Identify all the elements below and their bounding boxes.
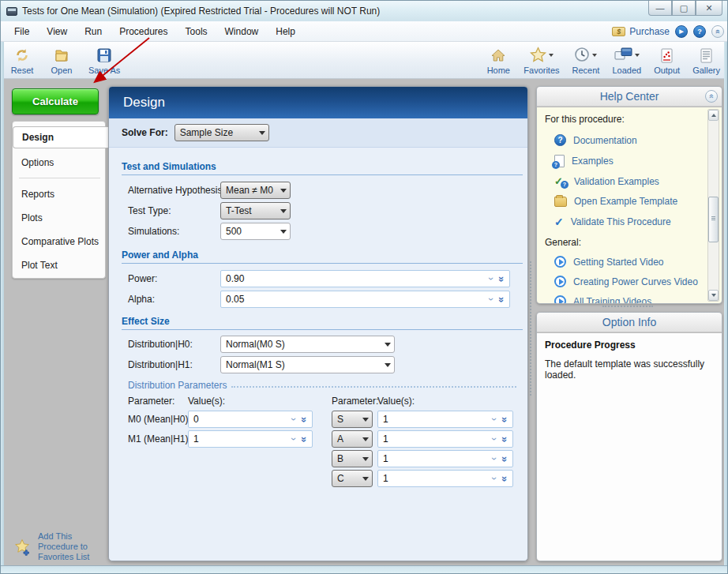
double-chevron-icon[interactable]: » (299, 433, 310, 445)
distribution-h0-label: Distribution|H0: (128, 339, 193, 350)
alt-hypothesis-combobox[interactable]: Mean ≠ M0 (220, 182, 291, 199)
video-play-button[interactable]: ▶ (675, 25, 688, 38)
chevron-down-icon[interactable]: › (490, 434, 499, 444)
c-values-input[interactable] (378, 473, 490, 484)
general-label: General: (545, 237, 581, 248)
menu-file[interactable]: File (6, 23, 38, 40)
simulations-combobox[interactable]: 500 (220, 223, 291, 240)
chevron-down-icon[interactable]: › (490, 474, 499, 483)
tab-comparative-plots[interactable]: Comparative Plots (13, 231, 107, 253)
save-as-button[interactable]: Save As (84, 44, 124, 77)
alpha-field: › » (220, 291, 510, 308)
windows-stack-icon (614, 47, 632, 63)
chevron-down-icon[interactable]: › (486, 295, 496, 304)
minimize-button-icon[interactable]: — (648, 1, 672, 16)
gallery-button[interactable]: Gallery (689, 44, 724, 77)
menu-help[interactable]: Help (267, 23, 304, 40)
chevron-down-icon (359, 477, 372, 481)
window-edge (1, 565, 728, 573)
chevron-down-icon (277, 209, 290, 213)
b-values-input[interactable] (378, 453, 490, 464)
open-button[interactable]: Open (45, 44, 78, 77)
link-documentation[interactable]: ? Documentation (554, 134, 637, 146)
close-button-icon[interactable]: × (696, 1, 722, 16)
purchase-button[interactable]: $ Purchase (612, 26, 670, 37)
m1-values-field: › » (188, 430, 313, 448)
vertical-splitter[interactable] (530, 261, 534, 396)
param-c-combobox[interactable]: C (332, 470, 373, 487)
distribution-h0-combobox[interactable]: Normal(M0 S) (220, 336, 395, 353)
home-button[interactable]: Home (482, 44, 515, 77)
tab-plots[interactable]: Plots (13, 207, 107, 229)
test-type-combobox[interactable]: T-Test (220, 202, 291, 219)
chevron-up-icon: » (714, 29, 722, 34)
chevron-down-icon[interactable]: › (289, 434, 298, 444)
recent-button[interactable]: Recent (569, 44, 604, 77)
output-button[interactable]: Output (650, 44, 684, 77)
menu-run[interactable]: Run (76, 23, 111, 40)
help-scrollbar[interactable] (707, 109, 719, 302)
maximize-button-icon[interactable]: ▢ (672, 1, 696, 16)
chevron-down-icon[interactable]: › (289, 415, 298, 424)
link-open-example-template[interactable]: Open Example Template (554, 196, 677, 207)
help-circle-button[interactable]: ? (693, 25, 706, 38)
tab-plot-text[interactable]: Plot Text (13, 254, 107, 276)
distribution-h1-combobox[interactable]: Normal(M1 S) (220, 356, 395, 373)
power-field: › » (220, 270, 510, 287)
help-center-body: For this procedure: ? Documentation Exam… (537, 107, 722, 303)
double-chevron-icon[interactable]: » (500, 414, 510, 425)
param-m0-label: M0 (Mean|H0) (128, 414, 188, 425)
collapse-panel-button[interactable]: » (705, 90, 718, 103)
calculate-button[interactable]: Calculate (12, 88, 99, 114)
param-s-combobox[interactable]: S (332, 411, 373, 428)
s-values-input[interactable] (378, 414, 490, 425)
chevron-down-icon (277, 189, 290, 193)
power-input[interactable] (221, 273, 486, 284)
reset-button[interactable]: Reset (6, 44, 39, 77)
double-chevron-icon[interactable]: » (500, 453, 510, 464)
scroll-thumb[interactable] (708, 197, 719, 242)
horizontal-splitter[interactable] (602, 306, 653, 310)
help-center-header: Help Center » (537, 87, 722, 107)
chevron-down-icon[interactable]: › (490, 415, 499, 424)
tab-options[interactable]: Options (13, 152, 107, 174)
tab-design[interactable]: Design (13, 126, 108, 148)
scroll-down-button[interactable] (708, 290, 719, 301)
link-validation-examples[interactable]: ✓ Validation Examples (554, 175, 659, 187)
collapse-ribbon-button[interactable]: » (711, 25, 724, 38)
tab-reports[interactable]: Reports (13, 183, 107, 205)
play-icon (554, 295, 566, 304)
solve-for-combobox[interactable]: Sample Size (174, 124, 269, 141)
double-chevron-icon[interactable]: » (500, 433, 510, 445)
favorites-button[interactable]: Favorites (520, 44, 563, 77)
double-chevron-icon[interactable]: » (500, 473, 510, 484)
scroll-up-button[interactable] (708, 110, 719, 121)
menu-procedures[interactable]: Procedures (111, 23, 176, 40)
link-validate-procedure[interactable]: ✓ Validate This Procedure (554, 216, 671, 228)
param-a-combobox[interactable]: A (332, 430, 373, 448)
option-info-title: Option Info (602, 316, 657, 328)
add-to-favorites-link[interactable]: Add This Procedure to Favorites List (13, 531, 89, 562)
loaded-button[interactable]: Loaded (608, 44, 645, 77)
alpha-input[interactable] (221, 294, 486, 305)
m0-values-field: › » (188, 411, 313, 428)
double-chevron-icon[interactable]: » (497, 273, 507, 284)
link-getting-started-video[interactable]: Getting Started Video (554, 256, 664, 268)
chevron-down-icon (359, 457, 372, 461)
m0-values-input[interactable] (189, 414, 289, 425)
option-info-header: Option Info (537, 313, 722, 332)
menu-view[interactable]: View (38, 23, 76, 40)
param-b-combobox[interactable]: B (332, 450, 373, 467)
link-power-curves-video[interactable]: Creating Power Curves Video (554, 276, 698, 287)
menu-window[interactable]: Window (216, 23, 268, 40)
double-chevron-icon[interactable]: » (497, 294, 507, 305)
m1-values-input[interactable] (189, 433, 289, 445)
chevron-down-icon[interactable]: › (490, 454, 499, 463)
toolbar: Reset Open Save As Home (1, 42, 728, 79)
chevron-down-icon[interactable]: › (486, 274, 496, 283)
link-all-training-videos[interactable]: All Training Videos (554, 295, 651, 304)
a-values-input[interactable] (378, 433, 490, 445)
double-chevron-icon[interactable]: » (299, 414, 310, 425)
menu-tools[interactable]: Tools (177, 23, 216, 40)
link-examples[interactable]: Examples (554, 155, 614, 167)
